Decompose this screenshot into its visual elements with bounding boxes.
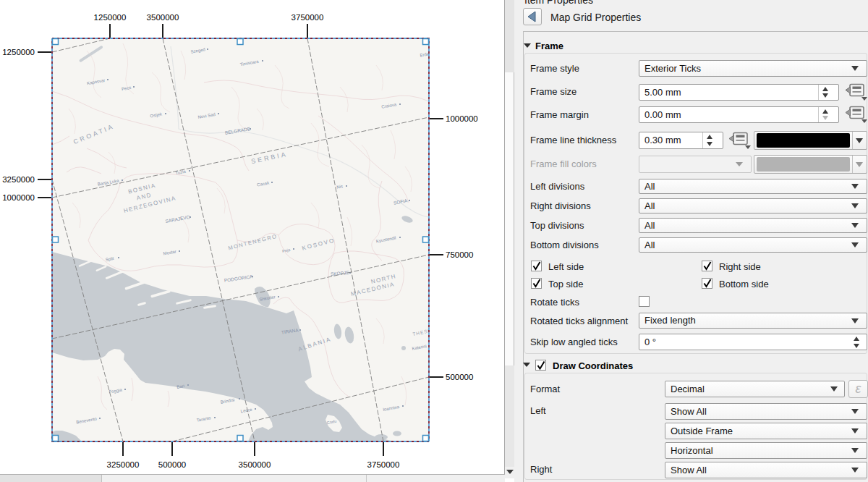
- svg-text:500000: 500000: [446, 373, 473, 381]
- svg-text:3750000: 3750000: [292, 13, 324, 22]
- svg-text:750000: 750000: [446, 250, 473, 259]
- svg-text:1000000: 1000000: [446, 114, 478, 123]
- svg-text:3750000: 3750000: [367, 460, 400, 469]
- svg-text:1250000: 1250000: [94, 13, 127, 22]
- svg-text:3250000: 3250000: [2, 175, 35, 184]
- svg-text:3500000: 3500000: [239, 460, 271, 469]
- svg-text:500000: 500000: [158, 460, 186, 469]
- svg-text:1250000: 1250000: [2, 48, 35, 56]
- svg-text:1000000: 1000000: [2, 193, 35, 202]
- svg-text:3500000: 3500000: [147, 13, 179, 22]
- svg-text:3250000: 3250000: [107, 460, 140, 469]
